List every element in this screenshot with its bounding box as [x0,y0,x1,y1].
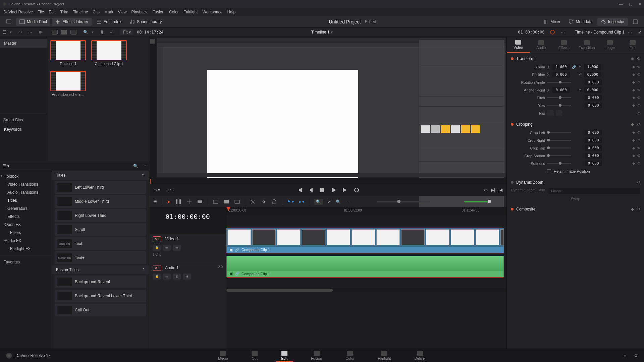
link-xy-icon[interactable]: 🔗 [572,65,577,69]
viewer-zoom-select[interactable]: Fit ▾ [120,29,133,35]
flag-button[interactable]: ⚑ ▾ [287,199,294,204]
selection-tool[interactable]: ➤ [167,199,171,204]
overwrite-button[interactable] [223,199,229,205]
blade-tool[interactable] [197,199,203,205]
crop-left-slider[interactable] [547,132,571,133]
track-badge[interactable]: A1 [153,265,161,271]
menu-view[interactable]: View [118,10,127,14]
fx-item[interactable]: Scroll [55,223,146,236]
page-media[interactable]: Media [218,351,228,360]
minimize-icon[interactable]: — [619,2,623,6]
pitch-slider[interactable] [547,97,571,98]
yaw-slider[interactable] [547,105,571,106]
insp-tab-audio[interactable]: Audio [530,37,552,53]
replace-button[interactable] [234,199,240,205]
menu-workspace[interactable]: Workspace [203,10,223,14]
insert-button[interactable] [213,199,219,205]
insp-tab-file[interactable]: File [621,37,644,53]
crop-right-field[interactable]: 0.000 [585,137,602,143]
yaw-field[interactable]: 0.000 [585,103,602,108]
clip-thumbnail[interactable] [50,40,86,60]
disable-track-button[interactable]: ▭ [173,245,181,251]
fx-item[interactable]: Left Lower Third [55,181,146,194]
insp-tab-effects[interactable]: Effects [552,37,575,53]
fx-section-fusion-titles[interactable]: Fusion Titles⌃ [52,265,149,274]
fx-favorites[interactable]: Favorites [0,257,52,267]
scrubber-playhead[interactable] [150,179,151,184]
thumbnail-small-button[interactable] [52,30,58,35]
single-viewer-button[interactable]: ▭ [484,188,488,192]
jump-end-button[interactable] [342,187,348,193]
fx-node-openfx[interactable]: Open FX [0,221,52,229]
fx-item[interactable]: Custom TitleText+ [55,251,146,264]
crop-top-field[interactable]: 0.000 [585,145,602,151]
lock-track-button[interactable]: 🔒 [153,245,161,251]
trim-tool[interactable] [175,199,181,205]
pos-x-field[interactable]: 0.000 [552,72,570,77]
menu-timeline[interactable]: Timeline [73,10,88,14]
retain-checkbox[interactable] [547,169,551,173]
zoom-x-field[interactable]: 1.000 [552,64,570,70]
search-timeline-button[interactable]: 🔍 [314,199,323,205]
softness-field[interactable]: 0.000 [585,161,602,166]
expand-inspector-button[interactable]: ⤢ [638,30,641,35]
timeline-zoom-slider[interactable] [377,201,430,202]
fx-node-audiofx[interactable]: Audio FX [0,237,52,245]
fx-node-filters[interactable]: Filters [0,229,52,237]
anchor-y-field[interactable]: 0.000 [584,87,601,93]
fx-node-titles[interactable]: Titles [0,196,52,204]
lock-button[interactable] [271,199,277,205]
metadata-button[interactable]: Metadata [565,18,596,26]
page-fusion[interactable]: Fusion [311,351,322,360]
rotation-field[interactable]: 0.000 [585,79,602,85]
prev-edit-button[interactable]: |◀ [498,188,502,192]
home-icon[interactable]: ⌂ [624,353,626,358]
viewer-canvas[interactable] [157,38,506,178]
video-track[interactable]: ▣🔗Compound Clip 1 [226,226,506,255]
video-track-header[interactable]: V1 Video 1 🔒▭▭ 1 Clip [149,234,226,263]
fx-item[interactable]: Background Reveal [55,276,146,288]
sort-icon[interactable]: ⇅ [100,30,104,35]
settings-icon[interactable]: ⚙ [634,353,638,358]
fx-node-video-transitions[interactable]: Video Transitions [0,180,52,188]
crop-bottom-field[interactable]: 0.000 [585,153,602,159]
prev-frame-button[interactable] [308,187,314,193]
stop-button[interactable] [319,187,325,193]
crop-top-slider[interactable] [547,147,571,148]
menu-mark[interactable]: Mark [104,10,113,14]
menu-trim[interactable]: Trim [60,10,68,14]
video-clip[interactable]: ▣🔗Compound Clip 1 [226,228,504,253]
search-icon[interactable]: 🔍 [83,30,88,35]
anchor-x-field[interactable]: 0.000 [552,87,570,93]
insp-tab-video[interactable]: Video [507,37,530,53]
inspector-button[interactable]: Inspector [597,18,628,26]
menu-fairlight[interactable]: Fairlight [183,10,198,14]
sound-library-button[interactable]: Sound Library [126,18,165,26]
viewer-scrubber[interactable] [149,178,506,184]
match-frame-button[interactable]: ‹ • › [167,188,174,192]
bin-master[interactable]: Master [0,39,47,48]
fx-item[interactable]: Middle Lower Third [55,195,146,208]
fx-item[interactable]: Basic TitleText [55,237,146,250]
play-button[interactable] [331,187,337,193]
mute-button[interactable]: M [183,274,191,280]
detail-zoom-button[interactable]: 🔍 [336,199,341,204]
swap-button[interactable]: Swap [507,195,644,202]
timeline-view-button[interactable]: ☰ [153,199,157,204]
zoom-y-field[interactable]: 1.000 [584,64,601,70]
menu-fusion[interactable]: Fusion [152,10,164,14]
solo-button[interactable]: S [173,274,181,280]
fx-item[interactable]: Right Lower Third [55,209,146,222]
fx-node-fairlightfx[interactable]: Fairlight FX [0,245,52,253]
fx-node-audio-transitions[interactable]: Audio Transitions [0,188,52,196]
mixer-button[interactable]: Mixer [540,18,564,26]
keyframe-icon[interactable]: ◆ [631,56,634,61]
fx-item[interactable]: Background Reveal Lower Third [55,290,146,302]
clip-card[interactable]: Compound Clip 1 [91,40,127,66]
jump-start-button[interactable] [297,187,303,193]
page-color[interactable]: Color [345,351,354,360]
timeline-scrollbar[interactable] [226,288,506,292]
next-edit-button[interactable]: ▶| [491,188,495,192]
loop-button[interactable] [354,187,360,193]
audio-clip[interactable]: ▣🔗Compound Clip 1 [226,256,504,278]
